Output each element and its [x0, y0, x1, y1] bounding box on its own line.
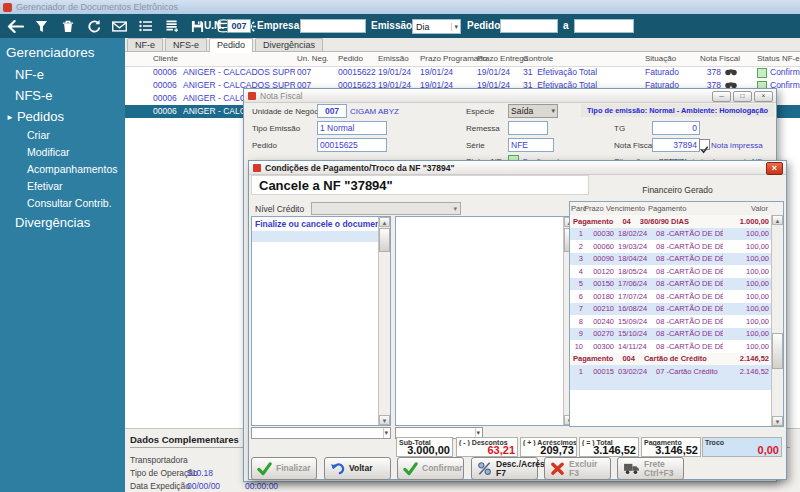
mail-icon[interactable] [111, 18, 128, 34]
maximize-button[interactable]: □ [733, 91, 752, 102]
cell-parc: 1 [570, 229, 583, 238]
button-label-main: Finalizar [276, 464, 310, 473]
total-acrescimos: ( + ) Acréscimos209,73 [520, 437, 577, 457]
empresa-label: Empresa [257, 20, 299, 31]
grid-col-header-nota-fiscal: Nota Fiscal [700, 54, 740, 63]
un-label: U.N. [204, 20, 224, 31]
sidebar-item-pedidos[interactable]: ►Pedidos [0, 104, 125, 125]
tg-field[interactable]: 0 [652, 121, 700, 135]
cell-valor: 100,00 [723, 292, 771, 301]
pedido-nf-field[interactable]: 00015625 [317, 138, 387, 152]
cell-vencimento: 17/06/24 [618, 279, 653, 288]
serie-field[interactable]: NFE [508, 138, 554, 152]
data-expedicao-time: 00:00:00 [245, 481, 278, 491]
scrollbar-thumb[interactable] [379, 228, 390, 252]
cell-parc: 9 [570, 329, 583, 338]
empresa-input[interactable] [300, 19, 366, 33]
sidebar-item-efetivar[interactable]: Efetivar [0, 176, 125, 193]
cell-parc: 8 [570, 317, 583, 326]
scroll-down-icon[interactable]: ▼ [379, 415, 390, 425]
payment-row[interactable]: 80024015/09/2408 -CARTÃO DE DÉBITO VISA1… [570, 315, 771, 328]
payment-row[interactable]: 50015017/06/2408 -CARTÃO DE DÉBITO VISA1… [570, 278, 771, 291]
message-listbox[interactable]: Finalize ou cancele o documento ▲ ▼ [251, 216, 391, 426]
voltar-button[interactable]: Voltar [324, 457, 391, 480]
payment-row[interactable]: 30009018/04/2408 -CARTÃO DE DÉBITO VISA1… [570, 253, 771, 266]
tab-nf-e[interactable]: NF-e [127, 38, 163, 51]
nota-impressa-checkbox[interactable] [699, 139, 710, 150]
grid-col-header-status-nf-e: Status NF-e [757, 54, 800, 63]
excluir-button[interactable]: ExcluirF3 [544, 457, 611, 480]
payment-row[interactable]: 70021016/08/2408 -CARTÃO DE DÉBITO VISA1… [570, 303, 771, 316]
batch-icon[interactable] [163, 18, 180, 34]
frete-button[interactable]: FreteCtrl+F3 [617, 457, 684, 480]
payment-row[interactable]: 90027015/10/2408 -CARTÃO DE DÉBITO VISA1… [570, 328, 771, 341]
tab-nfs-e[interactable]: NFS-e [165, 38, 207, 51]
tab-divergencias[interactable]: Divergências [255, 38, 323, 51]
finalizar-button[interactable]: Finalizar [251, 457, 317, 480]
delete-icon[interactable] [59, 18, 76, 34]
confirmar-button[interactable]: Confirmar [397, 457, 464, 480]
payment-row[interactable]: 20006019/03/2408 -CARTÃO DE DÉBITO VISA1… [570, 240, 771, 253]
scrollbar[interactable]: ▲ ▼ [378, 217, 390, 425]
pedido-from-input[interactable] [500, 19, 558, 33]
payment-row[interactable]: 100030014/11/2408 -CARTÃO DE DÉBITO VISA… [570, 340, 771, 353]
cell-valor: 100,00 [723, 267, 771, 276]
filter-icon[interactable] [33, 18, 50, 34]
cell-prazo: 00300 [586, 342, 614, 351]
minimize-button[interactable]: ─ [712, 91, 731, 102]
total-value: 3.146,52 [655, 444, 698, 456]
refresh-icon[interactable] [85, 18, 102, 34]
scrollbar[interactable]: ▲ ▼ [771, 215, 783, 426]
scroll-down-icon[interactable]: ▼ [772, 416, 783, 426]
cell-prazo: 00090 [586, 254, 614, 263]
check-icon [403, 461, 418, 476]
list-icon[interactable] [137, 18, 154, 34]
sidebar-item-acompanhamentos[interactable]: Acompanhamentos [0, 159, 125, 176]
scroll-up-icon[interactable]: ▲ [379, 217, 390, 227]
nivel-credito-select[interactable]: ▾ [311, 202, 461, 215]
close-button[interactable]: × [754, 91, 773, 102]
cell-prazo: 00120 [586, 267, 614, 276]
desc-acres-button[interactable]: Desc./Acrés.F7 [471, 457, 538, 480]
emissao-select[interactable]: Dia ▾ [412, 19, 461, 34]
scrollbar-thumb[interactable] [772, 333, 783, 369]
sidebar-item-modificar[interactable]: Modificar [0, 142, 125, 159]
fin-col-header-valor: Valor [728, 204, 768, 213]
pedido-label: Pedido [467, 20, 500, 31]
especie-label: Espécie [466, 107, 494, 116]
especie-select[interactable]: Saída ▾ [508, 104, 558, 118]
cell-vencimento: 15/10/24 [618, 329, 653, 338]
total-value: 3.000,00 [407, 444, 450, 456]
tipo-emissao-field[interactable]: 1 Normal [317, 121, 387, 135]
payment-row[interactable]: 10001503/02/2407 -Cartão Crédito2.146,52 [570, 365, 771, 378]
unidade-negocio-code[interactable]: 007 [317, 104, 347, 118]
cell-pagamento: 07 -Cartão Crédito [656, 367, 723, 376]
binoculars-icon[interactable] [725, 68, 737, 78]
sidebar-item-nfs-e[interactable]: NFS-e [0, 83, 125, 104]
un-value-box[interactable]: 007 [227, 19, 251, 33]
total-descontos: ( - ) Descontos63,21 [456, 437, 518, 457]
pedido-to-input[interactable] [574, 19, 634, 33]
group-valor: 2.146,52 [717, 354, 771, 363]
sidebar-item-criar[interactable]: Criar [0, 125, 125, 142]
sidebar-item-nf-e[interactable]: NF-e [0, 62, 125, 83]
sidebar-item-divergencias[interactable]: Divergências [0, 210, 125, 231]
tab-pedido[interactable]: Pedido [209, 38, 253, 52]
back-icon[interactable] [7, 18, 24, 34]
payment-row[interactable]: 10003018/02/2408 -CARTÃO DE DÉBITO VISA1… [570, 228, 771, 241]
pagamento-dialog-title: Condições de Pagamento/Troco da NF "3789… [265, 163, 454, 173]
payment-row[interactable]: 60018017/07/2408 -CARTÃO DE DÉBITO VISA1… [570, 290, 771, 303]
left-combobox[interactable]: ▾ [251, 427, 391, 439]
payment-row[interactable]: 40012018/05/2408 -CARTÃO DE DÉBITO VISA1… [570, 265, 771, 278]
button-label: Voltar [349, 464, 372, 473]
nota-fiscal-field[interactable]: 37894 [652, 138, 700, 152]
table-row[interactable]: 00006ANIGER - CALCADOS SUPRIMENTOS E E00… [125, 66, 800, 79]
items-listbox[interactable]: ▲ ▼ [395, 216, 576, 426]
scroll-up-icon[interactable]: ▲ [772, 215, 783, 225]
close-button[interactable]: × [766, 162, 783, 175]
list-stripe [252, 231, 390, 242]
sidebar-item-gerenciadores[interactable]: Gerenciadores [0, 38, 125, 62]
grid-col-header-emissao: Emissão [378, 54, 409, 63]
sidebar-item-consultar-contrib[interactable]: Consultar Contrib. [0, 193, 125, 210]
remessa-field[interactable] [508, 121, 548, 135]
